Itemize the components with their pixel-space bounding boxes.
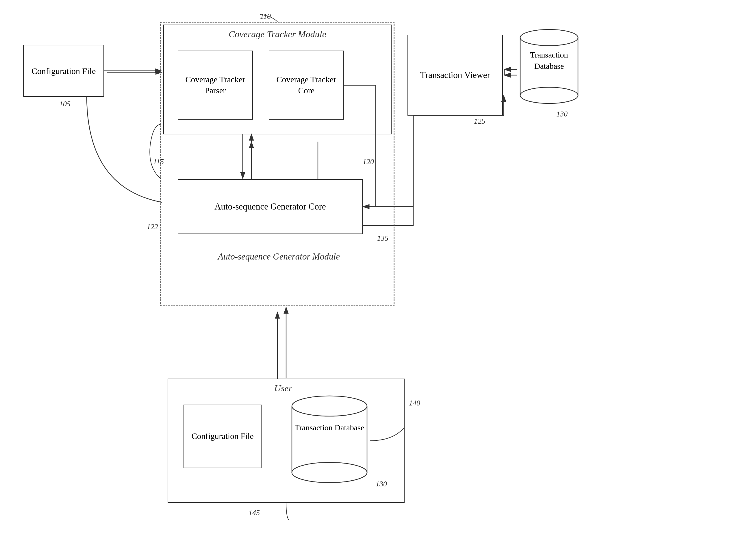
ref-135: 135 (377, 234, 388, 243)
ref-130-bottom: 130 (376, 480, 387, 488)
transaction-db-top: Transaction Database (517, 26, 581, 107)
ref-105: 105 (59, 100, 71, 108)
coverage-tracker-core: Coverage Tracker Core (269, 51, 344, 120)
svg-point-9 (520, 29, 578, 46)
config-file-bottom: Configuration File (184, 405, 261, 468)
svg-point-10 (520, 87, 578, 104)
svg-point-13 (292, 462, 367, 483)
auto-seq-core: Auto-sequence Generator Core (178, 179, 363, 234)
config-file-top: Configuration File (23, 45, 104, 97)
user-label: User (254, 383, 312, 394)
diagram: Configuration File 105 110 Coverage Trac… (0, 0, 756, 541)
ref-110: 110 (260, 12, 271, 21)
coverage-tracker-parser: Coverage Tracker Parser (178, 51, 253, 120)
ref-140: 140 (409, 399, 420, 407)
svg-point-12 (292, 396, 367, 416)
coverage-tracker-module-label: Coverage Tracker Module (196, 29, 358, 40)
auto-seq-module-label: Auto-sequence Generator Module (166, 252, 392, 262)
ref-145: 145 (248, 509, 260, 517)
ref-130-top: 130 (556, 110, 567, 119)
ref-120: 120 (363, 158, 374, 166)
ref-122: 122 (147, 223, 158, 231)
ref-115: 115 (153, 158, 164, 166)
ref-125: 125 (474, 117, 485, 126)
transaction-viewer: Transaction Viewer (408, 35, 503, 116)
transaction-db-bottom: Transaction Database (289, 393, 370, 488)
